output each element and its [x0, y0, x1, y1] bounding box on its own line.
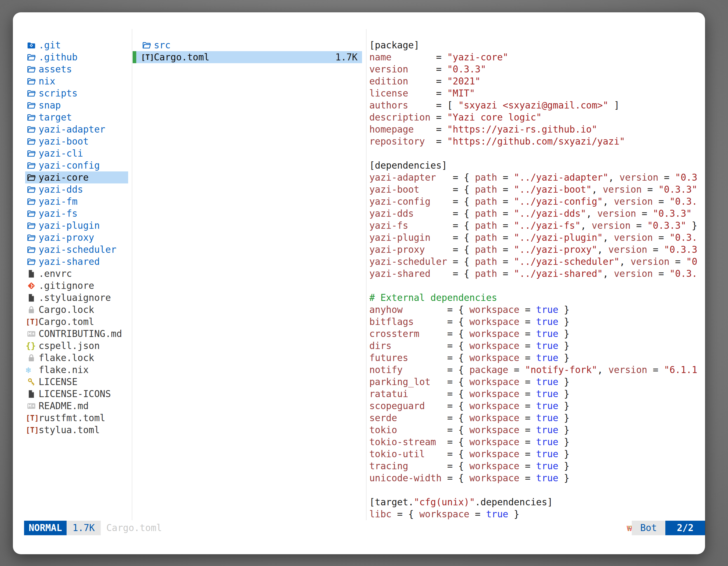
- file-item-Cargo.toml[interactable]: [T]Cargo.toml1.7K: [133, 51, 362, 63]
- folder-item-yazi-fm[interactable]: yazi-fm: [25, 196, 128, 208]
- preview-line: homepage = "https://yazi-rs.github.io": [369, 123, 705, 135]
- preview-line: yazi-shared = { path = "../yazi-shared",…: [369, 268, 705, 280]
- toml-icon: [T]: [141, 53, 152, 62]
- file-icon: [26, 269, 37, 279]
- preview-line: [target."cfg(unix)".dependencies]: [369, 496, 705, 508]
- item-label: yazi-fm: [39, 196, 78, 207]
- folder-open-icon: [26, 233, 37, 243]
- preview-line: crossterm = { workspace = true }: [369, 328, 705, 340]
- preview-line: tracing = { workspace = true }: [369, 460, 705, 472]
- folder-item-scripts[interactable]: scripts: [25, 87, 128, 99]
- item-size: 1.7K: [335, 52, 362, 63]
- folder-item-yazi-core[interactable]: yazi-core: [25, 172, 128, 184]
- file-item-.gitignore[interactable]: .gitignore: [25, 280, 128, 292]
- item-label: yazi-core: [39, 172, 89, 183]
- preview-line: license = "MIT": [369, 87, 705, 99]
- pane-separator: [132, 29, 132, 520]
- item-label: .styluaignore: [39, 292, 111, 303]
- toml-icon: [T]: [26, 414, 37, 422]
- folder-item-assets[interactable]: assets: [25, 63, 128, 75]
- preview-line: yazi-scheduler = { path = "../yazi-sched…: [369, 256, 705, 268]
- file-item-flake.lock[interactable]: flake.lock: [25, 352, 128, 364]
- item-label: nix: [39, 76, 55, 87]
- folder-item-.github[interactable]: .github: [25, 51, 128, 63]
- preview-line: yazi-config = { path = "../yazi-config",…: [369, 196, 705, 208]
- markdown-icon: [26, 329, 37, 339]
- item-label: yazi-proxy: [39, 232, 94, 243]
- folder-open-icon: [26, 185, 37, 194]
- file-item-LICENSE-ICONS[interactable]: LICENSE-ICONS: [25, 388, 128, 400]
- preview-line: yazi-boot = { path = "../yazi-boot", ver…: [369, 184, 705, 196]
- folder-item-nix[interactable]: nix: [25, 75, 128, 87]
- file-item-Cargo.toml[interactable]: [T]Cargo.toml: [25, 316, 128, 328]
- folder-item-yazi-proxy[interactable]: yazi-proxy: [25, 232, 128, 244]
- parent-directory-pane: .git.githubassetsnixscriptssnaptargetyaz…: [25, 39, 128, 436]
- folder-item-target[interactable]: target: [25, 111, 128, 123]
- item-label: assets: [39, 64, 72, 75]
- file-item-rustfmt.toml[interactable]: [T]rustfmt.toml: [25, 412, 128, 424]
- folder-open-icon: [26, 197, 37, 206]
- preview-line: edition = "2021": [369, 75, 705, 87]
- file-item-.styluaignore[interactable]: .styluaignore: [25, 292, 128, 304]
- folder-item-snap[interactable]: snap: [25, 99, 128, 111]
- folder-open-icon: [26, 101, 37, 110]
- folder-open-icon: [26, 65, 37, 74]
- cursor-counter-badge: 2/2: [665, 521, 705, 535]
- folder-open-icon: [26, 245, 37, 255]
- folder-item-yazi-shared[interactable]: yazi-shared: [25, 256, 128, 268]
- toml-icon: [T]: [26, 318, 37, 326]
- item-label: flake.nix: [39, 364, 89, 375]
- file-item-.envrc[interactable]: .envrc: [25, 268, 128, 280]
- folder-item-yazi-plugin[interactable]: yazi-plugin: [25, 220, 128, 232]
- item-label: cspell.json: [39, 340, 100, 351]
- git-folder-icon: [26, 41, 37, 50]
- file-item-cspell.json[interactable]: {}cspell.json: [25, 340, 128, 352]
- lock-icon: [26, 305, 37, 314]
- item-label: .github: [39, 52, 78, 63]
- preview-line: [369, 280, 705, 292]
- preview-line: anyhow = { workspace = true }: [369, 304, 705, 316]
- item-label: LICENSE-ICONS: [39, 388, 111, 399]
- item-label: yazi-config: [39, 160, 100, 171]
- folder-item-yazi-dds[interactable]: yazi-dds: [25, 184, 128, 196]
- folder-item-yazi-scheduler[interactable]: yazi-scheduler: [25, 244, 128, 256]
- preview-line: repository = "https://github.com/sxyazi/…: [369, 135, 705, 147]
- preview-line: description = "Yazi core logic": [369, 111, 705, 123]
- item-label: yazi-scheduler: [39, 244, 116, 255]
- file-item-LICENSE[interactable]: LICENSE: [25, 376, 128, 388]
- folder-item-yazi-config[interactable]: yazi-config: [25, 159, 128, 172]
- folder-open-icon: [26, 53, 37, 62]
- item-label: flake.lock: [39, 352, 94, 363]
- file-item-README.md[interactable]: README.md: [25, 400, 128, 412]
- file-item-Cargo.lock[interactable]: Cargo.lock: [25, 304, 128, 316]
- item-label: .gitignore: [39, 280, 94, 291]
- preview-line: notify = { package = "notify-fork", vers…: [369, 364, 705, 376]
- item-label: Cargo.lock: [39, 304, 94, 315]
- item-label: scripts: [39, 88, 78, 99]
- file-item-CONTRIBUTING.md[interactable]: CONTRIBUTING.md: [25, 328, 128, 340]
- item-label: yazi-plugin: [39, 220, 100, 231]
- file-icon: [26, 389, 37, 399]
- preview-line: yazi-plugin = { path = "../yazi-plugin",…: [369, 232, 705, 244]
- key-icon: [26, 377, 37, 387]
- folder-item-src[interactable]: src: [133, 39, 362, 51]
- folder-item-yazi-boot[interactable]: yazi-boot: [25, 135, 128, 147]
- item-label: Cargo.toml: [154, 52, 210, 63]
- folder-item-yazi-adapter[interactable]: yazi-adapter: [25, 123, 128, 135]
- folder-item-.git[interactable]: .git: [25, 39, 128, 51]
- pane-separator: [366, 29, 367, 520]
- preview-line: yazi-adapter = { path = "../yazi-adapter…: [369, 172, 705, 184]
- folder-open-icon: [141, 41, 152, 50]
- folder-item-yazi-fs[interactable]: yazi-fs: [25, 208, 128, 220]
- item-label: Cargo.toml: [39, 316, 94, 327]
- markdown-icon: [26, 401, 37, 411]
- preview-line: version = "0.3.3": [369, 63, 705, 75]
- file-item-flake.nix[interactable]: ❄flake.nix: [25, 364, 128, 376]
- preview-line: parking_lot = { workspace = true }: [369, 376, 705, 388]
- file-item-stylua.toml[interactable]: [T]stylua.toml: [25, 424, 128, 436]
- item-label: .git: [39, 40, 61, 51]
- folder-item-yazi-cli[interactable]: yazi-cli: [25, 147, 128, 159]
- item-label: yazi-boot: [39, 136, 89, 147]
- item-label: src: [154, 40, 171, 51]
- item-label: yazi-dds: [39, 184, 83, 195]
